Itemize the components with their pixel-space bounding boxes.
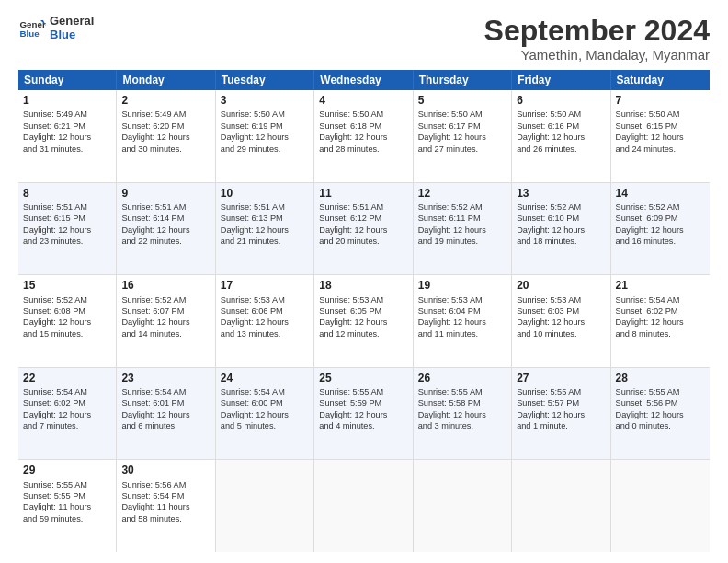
cal-cell-empty — [512, 460, 610, 552]
day-info-line: and 29 minutes. — [221, 144, 309, 155]
calendar-row-3: 22Sunrise: 5:54 AMSunset: 6:02 PMDayligh… — [18, 368, 710, 461]
day-info-line: and 59 minutes. — [23, 513, 111, 524]
day-info-line: Daylight: 12 hours — [319, 224, 407, 236]
day-number: 14 — [616, 186, 705, 201]
cal-cell-day-29: 29Sunrise: 5:55 AMSunset: 5:55 PMDayligh… — [18, 460, 117, 552]
day-number: 15 — [23, 278, 111, 293]
cal-cell-day-19: 19Sunrise: 5:53 AMSunset: 6:04 PMDayligh… — [414, 275, 512, 367]
cal-cell-day-4: 4Sunrise: 5:50 AMSunset: 6:18 PMDaylight… — [314, 90, 413, 182]
day-number: 11 — [319, 186, 407, 201]
day-info-line: Daylight: 12 hours — [319, 409, 407, 420]
calendar-row-2: 15Sunrise: 5:52 AMSunset: 6:08 PMDayligh… — [18, 275, 710, 368]
day-info-line: Daylight: 12 hours — [517, 132, 605, 143]
day-number: 7 — [616, 93, 705, 108]
day-info-line: Sunset: 6:02 PM — [23, 397, 111, 408]
cal-header-tuesday: Tuesday — [216, 70, 314, 90]
day-number: 1 — [23, 93, 111, 108]
day-info-line: Daylight: 12 hours — [418, 409, 506, 420]
day-info-line: Daylight: 12 hours — [23, 409, 111, 420]
day-number: 20 — [517, 278, 605, 293]
day-number: 22 — [23, 371, 111, 385]
day-info-line: Sunset: 6:06 PM — [221, 305, 309, 316]
day-info-line: Daylight: 12 hours — [121, 224, 210, 236]
logo-blue: Blue — [50, 29, 94, 42]
day-number: 3 — [221, 93, 309, 108]
day-info-line: and 15 minutes. — [23, 328, 111, 339]
day-info-line: Sunset: 5:54 PM — [121, 490, 210, 501]
day-number: 12 — [418, 186, 506, 201]
logo: General Blue General Blue — [18, 15, 94, 42]
day-info-line: and 1 minute. — [517, 420, 605, 431]
cal-header-saturday: Saturday — [611, 70, 710, 90]
day-number: 2 — [121, 93, 210, 108]
day-info-line: Sunrise: 5:51 AM — [319, 201, 407, 213]
cal-cell-day-15: 15Sunrise: 5:52 AMSunset: 6:08 PMDayligh… — [18, 275, 117, 367]
day-info-line: Sunset: 6:19 PM — [221, 121, 309, 132]
day-info-line: Daylight: 12 hours — [23, 224, 111, 236]
day-info-line: and 10 minutes. — [517, 328, 605, 339]
cal-cell-day-11: 11Sunrise: 5:51 AMSunset: 6:12 PMDayligh… — [314, 183, 413, 275]
day-info-line: and 23 minutes. — [23, 236, 111, 247]
cal-header-sunday: Sunday — [18, 70, 117, 90]
day-info-line: Sunset: 6:21 PM — [23, 121, 111, 132]
day-info-line: Sunrise: 5:52 AM — [517, 201, 605, 213]
cal-cell-day-23: 23Sunrise: 5:54 AMSunset: 6:01 PMDayligh… — [117, 368, 215, 460]
day-info-line: Daylight: 11 hours — [121, 501, 210, 512]
day-info-line: Sunset: 6:15 PM — [616, 121, 705, 132]
day-info-line: and 22 minutes. — [121, 236, 210, 247]
day-number: 16 — [121, 278, 210, 293]
cal-cell-day-28: 28Sunrise: 5:55 AMSunset: 5:56 PMDayligh… — [611, 368, 710, 460]
day-info-line: Daylight: 12 hours — [616, 409, 705, 420]
day-number: 4 — [319, 93, 407, 108]
day-info-line: Sunset: 6:15 PM — [23, 213, 111, 224]
day-info-line: and 3 minutes. — [418, 420, 506, 431]
day-info-line: Sunset: 6:01 PM — [121, 397, 210, 408]
day-info-line: Sunset: 6:16 PM — [517, 121, 605, 132]
day-info-line: Sunrise: 5:54 AM — [121, 386, 210, 397]
calendar-row-1: 8Sunrise: 5:51 AMSunset: 6:15 PMDaylight… — [18, 183, 710, 276]
day-info-line: Sunrise: 5:50 AM — [418, 109, 506, 120]
cal-cell-day-9: 9Sunrise: 5:51 AMSunset: 6:14 PMDaylight… — [117, 183, 215, 275]
day-info-line: Sunset: 6:14 PM — [121, 213, 210, 224]
logo-icon: General Blue — [18, 15, 46, 42]
day-info-line: Sunset: 5:56 PM — [616, 397, 705, 408]
logo-general: General — [50, 15, 94, 29]
day-info-line: Sunset: 5:55 PM — [23, 490, 111, 501]
day-info-line: Sunset: 6:09 PM — [616, 213, 705, 224]
main-title: September 2024 — [484, 15, 710, 47]
cal-cell-day-18: 18Sunrise: 5:53 AMSunset: 6:05 PMDayligh… — [314, 275, 413, 367]
day-number: 9 — [121, 186, 210, 201]
day-info-line: Sunrise: 5:52 AM — [616, 201, 705, 213]
day-number: 19 — [418, 278, 506, 293]
cal-cell-day-12: 12Sunrise: 5:52 AMSunset: 6:11 PMDayligh… — [414, 183, 512, 275]
day-info-line: Sunrise: 5:55 AM — [418, 386, 506, 397]
day-info-line: Sunset: 6:04 PM — [418, 305, 506, 316]
subtitle: Yamethin, Mandalay, Myanmar — [484, 47, 710, 63]
day-info-line: Sunrise: 5:51 AM — [23, 201, 111, 213]
day-number: 28 — [616, 371, 705, 385]
day-number: 29 — [23, 463, 111, 477]
day-info-line: Daylight: 12 hours — [517, 224, 605, 236]
day-info-line: and 27 minutes. — [418, 144, 506, 155]
day-info-line: Sunrise: 5:55 AM — [616, 386, 705, 397]
day-info-line: Sunrise: 5:53 AM — [517, 294, 605, 305]
day-info-line: Sunset: 6:20 PM — [121, 121, 210, 132]
day-info-line: and 13 minutes. — [221, 328, 309, 339]
day-number: 21 — [616, 278, 705, 293]
day-info-line: and 16 minutes. — [616, 236, 705, 247]
day-info-line: and 12 minutes. — [319, 328, 407, 339]
day-info-line: Sunset: 6:17 PM — [418, 121, 506, 132]
day-info-line: and 24 minutes. — [616, 144, 705, 155]
cal-cell-day-17: 17Sunrise: 5:53 AMSunset: 6:06 PMDayligh… — [216, 275, 314, 367]
calendar-body: 1Sunrise: 5:49 AMSunset: 6:21 PMDaylight… — [18, 90, 710, 552]
day-number: 25 — [319, 371, 407, 385]
day-info-line: Sunrise: 5:55 AM — [517, 386, 605, 397]
day-info-line: Daylight: 12 hours — [121, 316, 210, 327]
cal-header-friday: Friday — [512, 70, 610, 90]
cal-cell-day-27: 27Sunrise: 5:55 AMSunset: 5:57 PMDayligh… — [512, 368, 610, 460]
cal-cell-day-5: 5Sunrise: 5:50 AMSunset: 6:17 PMDaylight… — [414, 90, 512, 182]
day-number: 24 — [221, 371, 309, 385]
cal-cell-day-3: 3Sunrise: 5:50 AMSunset: 6:19 PMDaylight… — [216, 90, 314, 182]
day-info-line: Sunrise: 5:53 AM — [319, 294, 407, 305]
day-info-line: Sunrise: 5:53 AM — [418, 294, 506, 305]
